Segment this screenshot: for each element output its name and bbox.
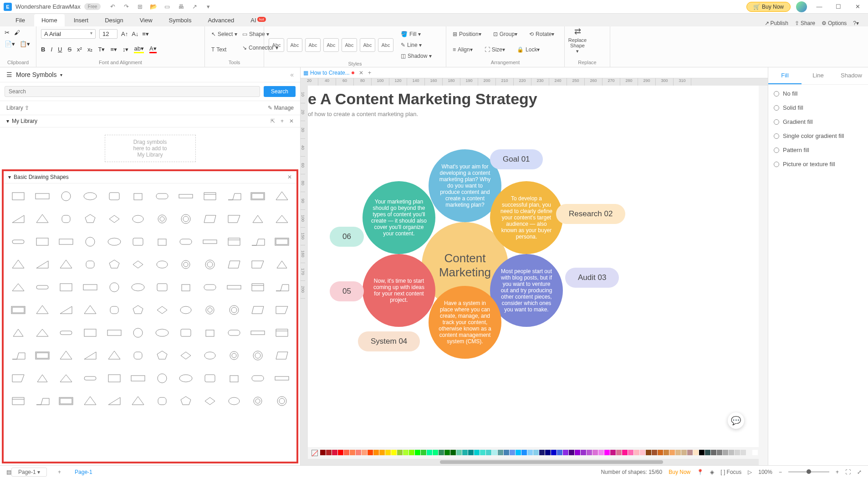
color-swatch[interactable] [368,450,373,455]
label-system[interactable]: System 04 [358,331,420,351]
shape-stencil[interactable] [8,211,29,227]
highlight-icon[interactable]: ab▾ [134,45,143,53]
zoom-slider[interactable] [788,471,829,473]
share-button[interactable]: ⇪Share [795,20,815,26]
bubble-3[interactable]: Most people start out with blog posts, b… [490,254,563,327]
shape-stencil[interactable] [80,211,101,227]
zoom-value[interactable]: 100% [758,469,772,475]
shape-stencil[interactable] [8,325,29,341]
shape-stencil[interactable] [152,325,172,341]
shape-stencil[interactable] [200,279,220,295]
drag-drop-zone[interactable]: Drag symbols here to add to My Library [105,135,196,162]
print-icon[interactable]: 🖶 [177,3,184,10]
color-swatch[interactable] [480,450,485,455]
shape-stencil[interactable] [200,256,220,273]
shape-stencil[interactable] [80,302,101,318]
menu-home[interactable]: Home [34,14,65,26]
close-shapes-icon[interactable]: ✕ [287,174,292,180]
bubble-6[interactable]: Your marketing plan should go beyond the… [363,181,435,254]
color-swatch[interactable] [729,450,734,455]
document-tab[interactable]: ▦ How to Create... ✕ [303,70,363,76]
color-swatch[interactable] [516,450,521,455]
shape-stencil[interactable] [80,393,101,409]
paste-icon[interactable]: 📋▾ [20,41,30,47]
shape-stencil[interactable] [271,211,292,227]
shape-stencil[interactable] [104,347,124,364]
shape-stencil[interactable] [8,393,29,409]
shape-stencil[interactable] [248,256,268,273]
shape-stencil[interactable] [224,256,244,273]
export-icon[interactable]: ↗ [191,3,198,10]
font-color-icon[interactable]: A▾ [149,45,157,53]
redo-icon[interactable]: ↷ [123,3,130,10]
color-swatch[interactable] [474,450,480,455]
shape-stencil[interactable] [8,302,29,318]
shape-stencil[interactable] [32,347,53,364]
shape-stencil[interactable] [56,256,77,273]
pages-icon[interactable]: ▤ [6,469,11,475]
search-input[interactable] [5,86,260,97]
color-swatch[interactable] [587,450,592,455]
fill-option-picture[interactable]: Picture or texture fill [774,161,863,168]
fill-tab[interactable]: Fill [768,67,802,84]
replace-shape-button[interactable]: ⇄ Replace Shape ▾ [569,29,586,51]
color-swatch[interactable] [693,450,699,455]
page-title[interactable]: e A Content Marketing Strategy [308,90,759,108]
shape-stencil[interactable] [80,347,101,364]
shape-stencil[interactable] [176,256,196,273]
help-icon[interactable]: ?▾ [853,20,859,26]
shape-stencil[interactable] [176,393,196,409]
open-icon[interactable]: 📂 [150,3,157,10]
color-swatch[interactable] [403,450,408,455]
color-swatch[interactable] [533,450,539,455]
page-subtitle[interactable]: of how to create a content marketing pla… [308,111,759,117]
label-goal[interactable]: Goal 01 [490,149,543,169]
menu-insert[interactable]: Insert [66,14,96,26]
shape-stencil[interactable] [200,393,220,409]
shadow-tab[interactable]: Shadow [835,67,868,84]
color-swatch[interactable] [640,450,645,455]
line-spacing-icon[interactable]: ↕▾ [123,46,129,53]
shape-stencil[interactable] [248,234,268,250]
color-swatch[interactable] [527,450,533,455]
shape-stencil[interactable] [224,325,244,341]
shape-stencil[interactable] [128,188,148,204]
format-painter-icon[interactable]: 🖌 [14,29,20,36]
no-color-swatch[interactable] [311,450,318,456]
shape-stencil[interactable] [224,188,244,204]
add-icon[interactable]: + [281,118,284,124]
horizontal-scrollbar[interactable] [308,459,759,465]
shape-tool[interactable]: ▭Shape ▾ [240,29,271,39]
shape-stencil[interactable] [128,211,148,227]
shape-stencil[interactable] [80,256,101,273]
shape-stencil[interactable] [152,370,172,386]
select-tool[interactable]: ↖Select ▾ [209,29,239,39]
shape-stencil[interactable] [224,347,244,364]
menu-design[interactable]: Design [97,14,130,26]
menu-ai[interactable]: AIhot [243,14,273,26]
color-swatch[interactable] [646,450,651,455]
active-page-tab[interactable]: Page-1 [75,469,92,475]
import-icon[interactable]: ⇱ [271,118,275,124]
presentation-icon[interactable]: ▷ [748,469,752,475]
shape-stencil[interactable] [32,234,53,250]
shape-stencil[interactable] [80,188,101,204]
shape-stencil[interactable] [104,188,124,204]
close-lib-icon[interactable]: ✕ [289,118,294,124]
color-swatch[interactable] [320,450,326,455]
color-swatch[interactable] [551,450,557,455]
shape-stencil[interactable] [56,234,77,250]
color-swatch[interactable] [622,450,628,455]
color-swatch[interactable] [557,450,562,455]
color-swatch[interactable] [379,450,385,455]
shape-stencil[interactable] [224,234,244,250]
color-swatch[interactable] [575,450,580,455]
shape-stencil[interactable] [271,393,292,409]
shape-stencil[interactable] [8,347,29,364]
color-swatch[interactable] [444,450,450,455]
shape-stencil[interactable] [128,279,148,295]
color-swatch[interactable] [664,450,669,455]
font-size-select[interactable]: 12 [99,29,117,39]
color-swatch[interactable] [492,450,497,455]
color-swatch[interactable] [468,450,474,455]
